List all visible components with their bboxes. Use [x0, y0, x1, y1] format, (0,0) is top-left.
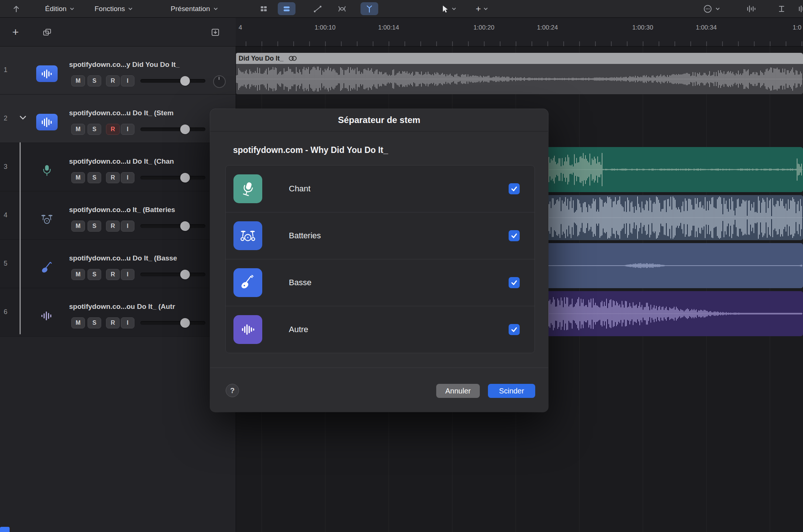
more-options-button[interactable]: [703, 2, 720, 15]
mute-button[interactable]: M: [71, 124, 85, 135]
stem-row-chant[interactable]: Chant: [226, 166, 534, 212]
track-row-6[interactable]: 6 spotifydown.co...ou Do It_ (Autr M S R…: [0, 288, 236, 337]
record-button[interactable]: R: [106, 221, 120, 232]
levels-button[interactable]: [742, 2, 759, 15]
crossfade-tool-button[interactable]: [333, 2, 351, 15]
duplicate-track-button[interactable]: [40, 28, 55, 37]
stem-checkbox[interactable]: [509, 277, 520, 288]
solo-button[interactable]: S: [88, 124, 101, 135]
input-button[interactable]: I: [121, 124, 134, 135]
record-button[interactable]: R: [106, 317, 120, 328]
back-arrow-button[interactable]: [7, 2, 25, 15]
pointer-tool-selector[interactable]: [440, 2, 456, 15]
edge-tool-button[interactable]: [793, 2, 803, 15]
microphone-track-icon[interactable]: [36, 162, 58, 179]
input-button[interactable]: I: [121, 317, 134, 328]
input-button[interactable]: I: [121, 221, 134, 232]
record-button[interactable]: R: [106, 75, 120, 86]
input-button[interactable]: I: [121, 269, 134, 280]
chevron-down-icon: [128, 7, 133, 10]
drums-track-icon[interactable]: [36, 211, 58, 227]
volume-thumb[interactable]: [180, 270, 190, 279]
drums-icon: [233, 221, 262, 250]
help-button[interactable]: ?: [226, 384, 239, 397]
volume-thumb[interactable]: [180, 125, 190, 134]
stereo-icon: [288, 55, 298, 61]
solo-button[interactable]: S: [88, 172, 101, 183]
stem-checkbox[interactable]: [509, 183, 520, 194]
add-track-button[interactable]: +: [8, 25, 23, 40]
grid-view-button[interactable]: [255, 2, 273, 15]
track-row-4[interactable]: 4 spotifydown.co...o It_ (Batteries M S …: [0, 191, 236, 240]
volume-thumb[interactable]: [180, 173, 190, 183]
stem-checkbox[interactable]: [509, 230, 520, 241]
volume-thumb[interactable]: [180, 318, 190, 328]
track-name[interactable]: spotifydown.co...u Do It_ (Stem: [69, 109, 174, 117]
track-name[interactable]: spotifydown.co...u Do It_ (Basse: [69, 254, 177, 262]
volume-slider[interactable]: [140, 127, 205, 131]
bass-track-icon[interactable]: [36, 259, 58, 276]
volume-slider[interactable]: [140, 79, 205, 83]
region-main[interactable]: Did You Do It_: [236, 53, 803, 94]
crossfade-icon: [337, 4, 347, 14]
stem-row-basse[interactable]: Basse: [226, 259, 534, 306]
automation-tool-button[interactable]: [309, 2, 327, 15]
record-button[interactable]: R: [106, 269, 120, 280]
list-view-button[interactable]: [278, 2, 295, 15]
mute-button[interactable]: M: [71, 172, 85, 183]
solo-button[interactable]: S: [88, 75, 101, 86]
waveform-bars-track-icon[interactable]: [36, 307, 58, 324]
stem-label: Chant: [289, 184, 311, 194]
add-tool-selector[interactable]: +: [476, 2, 488, 15]
pan-knob[interactable]: [213, 75, 226, 88]
track-name[interactable]: spotifydown.co...u Do It_ (Chan: [69, 157, 174, 166]
drums-glyph: [41, 213, 53, 225]
stem-checkbox[interactable]: [509, 324, 520, 335]
input-button[interactable]: I: [121, 75, 134, 86]
vertical-zoom-button[interactable]: [773, 2, 790, 15]
dialog-title: Séparateur de stem: [338, 115, 420, 125]
menu-presentation[interactable]: Présentation: [171, 0, 218, 17]
mute-button[interactable]: M: [71, 75, 85, 86]
menu-edition[interactable]: Édition: [45, 0, 74, 17]
volume-thumb[interactable]: [180, 76, 190, 86]
input-button[interactable]: I: [121, 172, 134, 183]
track-number: 5: [1, 260, 10, 267]
chevron-down-icon: [483, 7, 488, 10]
solo-button[interactable]: S: [88, 221, 101, 232]
waveform-track-icon[interactable]: [36, 65, 58, 82]
collapse-tracks-button[interactable]: [208, 28, 223, 37]
waveform-main: [236, 64, 803, 94]
stem-splitter-tool-button[interactable]: [361, 2, 378, 15]
track-name[interactable]: spotifydown.co...ou Do It_ (Autr: [69, 303, 175, 311]
volume-slider[interactable]: [140, 224, 205, 228]
track-name[interactable]: spotifydown.co...y Did You Do It_: [69, 61, 180, 69]
mute-button[interactable]: M: [71, 269, 85, 280]
volume-thumb[interactable]: [180, 221, 190, 231]
mute-button[interactable]: M: [71, 221, 85, 232]
track-row-3[interactable]: 3 spotifydown.co...u Do It_ (Chan M S R …: [0, 143, 236, 191]
mute-button[interactable]: M: [71, 317, 85, 328]
stem-row-autre[interactable]: Autre: [226, 306, 534, 353]
disclosure-chevron-icon[interactable]: [19, 115, 27, 121]
record-button[interactable]: R: [106, 124, 120, 135]
confirm-button[interactable]: Scinder: [488, 384, 535, 398]
checkmark-icon: [510, 326, 518, 333]
track-name[interactable]: spotifydown.co...o It_ (Batteries: [69, 206, 175, 214]
record-button[interactable]: R: [106, 172, 120, 183]
solo-button[interactable]: S: [88, 269, 101, 280]
track-row-1[interactable]: 1 spotifydown.co...y Did You Do It_ M S …: [0, 46, 236, 95]
volume-slider[interactable]: [140, 321, 205, 325]
stem-row-batteries[interactable]: Batteries: [226, 212, 534, 259]
track-row-5[interactable]: 5 spotifydown.co...u Do It_ (Basse M S R…: [0, 240, 236, 288]
box-arrow-down-icon: [210, 28, 221, 37]
menu-fonctions[interactable]: Fonctions: [95, 0, 133, 17]
volume-slider[interactable]: [140, 176, 205, 180]
stem-list: Chant Batteries Basse: [225, 165, 535, 353]
timeline-ruler[interactable]: 4 1:00:10 1:00:14 1:00:20 1:00:24 1:00:3…: [236, 17, 803, 47]
solo-button[interactable]: S: [88, 317, 101, 328]
cancel-button[interactable]: Annuler: [436, 384, 480, 398]
track-row-2[interactable]: 2 spotifydown.co...u Do It_ (Stem M S R …: [0, 95, 236, 143]
volume-slider[interactable]: [140, 273, 205, 276]
waveform-track-icon[interactable]: [36, 114, 58, 130]
